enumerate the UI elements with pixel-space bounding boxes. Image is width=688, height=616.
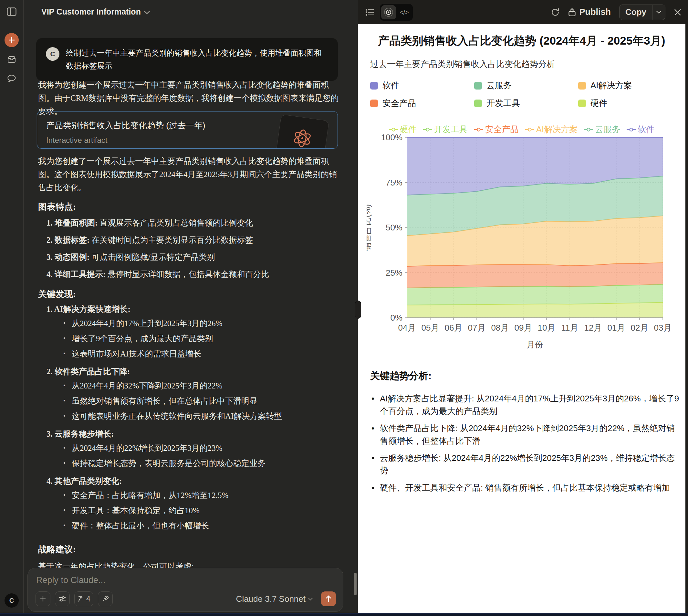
code-view-button[interactable]: </> <box>397 5 412 19</box>
finding-bullet: 这表明市场对AI技术的需求日益增长 <box>63 348 337 359</box>
analysis-bullet: 软件类产品占比下降: 从2024年4月的32%下降到2025年3月的22%，虽然… <box>370 422 680 447</box>
user-message-avatar: C <box>46 47 60 61</box>
svg-text:02月: 02月 <box>631 323 648 333</box>
tools-button[interactable]: 4 <box>74 591 93 606</box>
copy-menu-chevron[interactable] <box>652 11 665 14</box>
finding-bullet: 从2024年4月的22%增长到2025年3月的23% <box>63 443 337 454</box>
composer-input[interactable]: Reply to Claude... <box>36 575 335 585</box>
chats-tray-icon[interactable] <box>4 52 19 67</box>
svg-text:月份: 月份 <box>527 340 543 349</box>
window-right-edge <box>685 0 688 613</box>
hammer-icon <box>77 595 84 602</box>
legend-item: 软件 <box>370 80 474 91</box>
legend-swatch <box>578 82 586 90</box>
stacked-area-chart[interactable]: 0%25%50%75%100%04月05月06月07月08月09月10月11月1… <box>358 133 685 359</box>
feature-item: 2. 数据标签: 在关键时间点为主要类别显示百分比数据标签 <box>47 234 337 246</box>
svg-text:75%: 75% <box>386 178 403 188</box>
chat-scrollbar-thumb[interactable] <box>354 573 357 595</box>
svg-text:11月: 11月 <box>561 323 578 333</box>
up-arrow-icon <box>325 595 332 602</box>
publish-label: Publish <box>579 7 611 17</box>
analysis-bullet: 硬件、开发工具和安全产品: 销售额有所增长，但占比基本保持稳定或略有增加 <box>370 482 680 494</box>
sidebar-toggle-icon[interactable] <box>4 4 19 19</box>
finding-label: 3. 云服务稳步增长: <box>47 428 337 440</box>
legend-line-marker <box>627 128 636 132</box>
new-chat-button[interactable] <box>4 33 19 47</box>
panel-resize-handle[interactable] <box>355 301 361 319</box>
settings-sliders-button[interactable] <box>55 591 70 606</box>
finding-bullet: 从2024年4月的17%上升到2025年3月的26% <box>63 318 337 329</box>
svg-text:07月: 07月 <box>468 323 486 333</box>
svg-text:03月: 03月 <box>654 323 672 333</box>
finding-group: 4. 其他产品类别变化:安全产品：占比略有增加，从12%增至12.5%开发工具：… <box>47 476 337 531</box>
window-bottom-edge <box>0 613 688 616</box>
conversation-title: VIP Customer Information <box>41 7 141 17</box>
code-icon: </> <box>399 8 408 16</box>
tool-count: 4 <box>86 595 90 603</box>
svg-text:05月: 05月 <box>421 323 439 333</box>
refresh-button[interactable] <box>551 8 560 17</box>
legend-swatch <box>370 82 378 90</box>
model-name: Claude 3.7 Sonnet <box>236 594 305 604</box>
analysis-bullet: 云服务稳步增长: 从2024年4月的22%增长到2025年3月的23%，维持稳定… <box>370 452 680 477</box>
chart-subtitle: 过去一年主要产品类别销售收入占比变化趋势分析 <box>370 59 555 70</box>
feature-item: 4. 详细工具提示: 悬停时显示详细数据，包括具体金额和百分比 <box>47 269 337 280</box>
legend-swatch <box>474 100 482 107</box>
conversation-title-menu[interactable]: VIP Customer Information <box>41 7 150 17</box>
legend-label: 硬件 <box>591 97 607 109</box>
chat-panel: VIP Customer Information C 绘制过去一年中主要产品类别… <box>24 0 358 613</box>
attach-button[interactable] <box>36 591 50 606</box>
model-selector[interactable]: Claude 3.7 Sonnet <box>236 594 313 604</box>
legend-swatch <box>578 100 586 107</box>
legend-label: 软件 <box>383 80 399 91</box>
connector-button[interactable] <box>98 591 113 606</box>
svg-text:50%: 50% <box>386 223 403 233</box>
finding-bullet: 虽然绝对销售额有所增长，但在总体占比中下滑明显 <box>63 396 337 406</box>
svg-text:08月: 08月 <box>491 323 509 333</box>
chevron-down-icon <box>308 598 313 600</box>
finding-bullet: 开发工具：基本保持稳定，约占10% <box>63 505 337 516</box>
legend-swatch <box>474 82 482 90</box>
legend-item: 安全产品 <box>370 97 474 109</box>
eye-icon <box>384 7 394 18</box>
user-avatar[interactable]: C <box>4 593 19 608</box>
close-icon <box>674 8 682 16</box>
svg-text:25%: 25% <box>386 268 403 278</box>
features-list: 1. 堆叠面积图: 直观展示各产品类别占总销售额的比例变化2. 数据标签: 在关… <box>47 217 337 286</box>
legend-swatch <box>370 100 378 107</box>
svg-text:0%: 0% <box>390 313 403 323</box>
message-composer[interactable]: Reply to Claude... 4 Claude 3.7 Sonnet <box>27 568 343 612</box>
close-artifact-button[interactable] <box>674 8 682 16</box>
preview-eye-button[interactable] <box>381 5 396 19</box>
left-icon-rail: C <box>0 0 24 613</box>
legend-label: 安全产品 <box>383 97 416 109</box>
finding-group: 1. AI解决方案快速增长:从2024年4月的17%上升到2025年3月的26%… <box>47 304 337 359</box>
finding-group: 3. 云服务稳步增长:从2024年4月的22%增长到2025年3月的23%保持稳… <box>47 428 337 469</box>
findings-list: 1. AI解决方案快速增长:从2024年4月的17%上升到2025年3月的26%… <box>47 304 337 538</box>
strategy-heading: 战略建议: <box>38 544 76 555</box>
legend-item: AI解决方案 <box>578 80 682 91</box>
chevron-down-icon <box>144 11 150 14</box>
copy-label[interactable]: Copy <box>620 7 652 17</box>
artifact-thumbnail <box>276 114 329 149</box>
feature-item: 3. 动态图例: 可点击图例隐藏/显示特定产品类别 <box>47 251 337 263</box>
finding-bullet: 这可能表明业务正在从传统软件向云服务和AI解决方案转型 <box>63 411 337 421</box>
publish-button[interactable]: Publish <box>568 7 611 17</box>
send-button[interactable] <box>321 591 336 606</box>
copy-split-button[interactable]: Copy <box>619 4 665 20</box>
finding-label: 1. AI解决方案快速增长: <box>47 304 337 315</box>
chat-bubble-icon[interactable] <box>4 71 19 85</box>
user-message-bubble: C 绘制过去一年中主要产品类别的销售收入占比变化趋势，使用堆叠面积图和数据标签展… <box>36 38 338 81</box>
legend-item: 硬件 <box>578 97 682 109</box>
features-heading: 图表特点: <box>38 201 76 213</box>
legend-label: 开发工具 <box>486 97 520 109</box>
legend-label: AI解决方案 <box>591 80 632 91</box>
svg-text:10月: 10月 <box>538 323 555 333</box>
artifact-card[interactable]: 产品类别销售收入占比变化趋势 (过去一年) Interactive artifa… <box>37 111 338 149</box>
refresh-icon <box>551 8 560 17</box>
svg-text:12月: 12月 <box>584 323 602 333</box>
artifact-list-icon[interactable] <box>366 9 374 16</box>
finding-bullet: 保持稳定增长态势，表明云服务是公司的核心稳定业务 <box>63 458 337 469</box>
svg-text:09月: 09月 <box>514 323 532 333</box>
assistant-summary-paragraph: 我为您创建了一个展示过去一年中主要产品类别销售收入占比变化趋势的堆叠面积图。这个… <box>38 154 340 194</box>
